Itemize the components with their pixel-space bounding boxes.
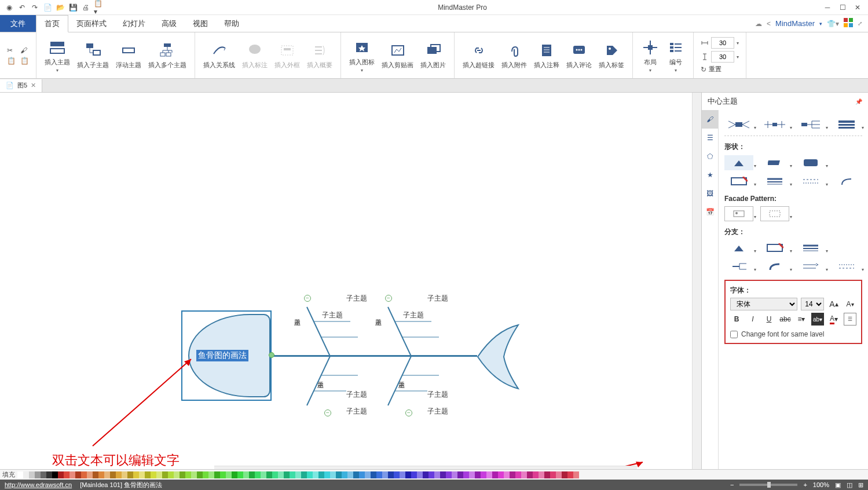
facade-1[interactable]: ▾ [724,206,753,221]
collapse-icon[interactable]: − [385,295,392,302]
color-swatch[interactable] [284,471,290,478]
color-swatch[interactable] [203,471,208,478]
color-swatch[interactable] [353,471,359,478]
collapse-icon[interactable]: − [324,409,331,416]
color-swatch[interactable] [394,471,400,478]
color-swatch[interactable] [533,471,539,478]
color-swatch[interactable] [440,471,446,478]
color-swatch[interactable] [151,471,156,478]
color-swatch[interactable] [232,471,237,478]
color-swatch[interactable] [521,471,527,478]
history-tab-icon[interactable]: 📅 [702,203,718,221]
width-h-row[interactable]: ▾ [701,37,739,49]
color-swatch[interactable] [371,471,376,478]
color-swatch[interactable] [255,471,261,478]
color-swatch[interactable] [342,471,347,478]
tab-view[interactable]: 视图 [185,15,216,32]
shapes-tab-icon[interactable]: ⬠ [702,147,718,166]
color-swatch[interactable] [301,471,307,478]
shape-fill-2[interactable]: ▾ [760,155,789,170]
branch-curve[interactable]: ▾ [760,259,789,274]
color-swatch[interactable] [388,471,394,478]
clipart-tab-icon[interactable]: 🖼 [702,184,718,203]
highlight-icon[interactable]: ab▾ [811,313,824,326]
branch-weight[interactable]: ▾ [796,240,825,255]
color-swatch[interactable] [220,471,226,478]
insert-attach-button[interactable]: 插入附件 [498,35,530,76]
subtopic[interactable]: 子主题 [427,294,448,303]
color-swatch[interactable] [330,471,336,478]
color-swatch[interactable] [272,471,278,478]
bold-icon[interactable]: B [730,313,743,326]
color-swatch[interactable] [318,471,324,478]
color-swatch[interactable] [249,471,255,478]
color-swatch[interactable] [197,471,203,478]
font-shrink-icon[interactable]: A▾ [844,298,856,310]
color-swatch[interactable] [405,471,411,478]
redo-icon[interactable]: ↷ [30,3,39,12]
tab-slideshow[interactable]: 幻灯片 [115,15,153,32]
collapse-icon[interactable]: − [405,409,412,416]
color-swatch[interactable] [359,471,365,478]
branch-edit[interactable]: ▾ [760,240,789,255]
font-size-select[interactable]: 14 [801,298,824,310]
color-swatch[interactable] [237,471,243,478]
color-swatch[interactable] [469,471,475,478]
tab-advanced[interactable]: 高级 [153,15,185,32]
color-swatch[interactable] [52,471,58,478]
floating-topic-button[interactable]: 浮动主题 [112,35,145,76]
same-level-checkbox[interactable] [730,331,738,338]
color-swatch[interactable] [214,471,220,478]
color-swatch[interactable] [180,471,185,478]
color-swatch[interactable] [226,471,232,478]
color-swatch[interactable] [208,471,214,478]
line-dash[interactable]: ▾ [796,174,825,189]
color-swatch[interactable] [434,471,440,478]
color-swatch[interactable] [122,471,127,478]
mindmaster-link[interactable]: MindMaster [775,19,815,28]
color-swatch[interactable] [411,471,417,478]
color-swatch[interactable] [567,471,573,478]
export-icon[interactable]: 📋▾ [94,3,103,12]
tab-help[interactable]: 帮助 [216,15,247,32]
border-style[interactable]: ▾ [724,174,753,189]
format-painter-icon[interactable]: 🖌 [20,46,29,54]
underline-icon[interactable]: U [763,313,775,326]
theme-icon[interactable]: 👕▾ [827,20,839,28]
subtopic[interactable]: 子主题 [346,294,367,303]
print-icon[interactable]: 🖨 [81,3,90,12]
branch-connector[interactable]: ▾ [724,259,753,274]
color-swatch[interactable] [17,471,23,478]
color-swatch[interactable] [266,471,272,478]
color-swatch[interactable] [336,471,342,478]
line-solid[interactable]: ▾ [760,174,789,189]
globe-icon[interactable]: ◉ [5,3,14,12]
color-swatch[interactable] [81,471,87,478]
color-swatch[interactable] [110,471,116,478]
insert-tag-button[interactable]: 插入标签 [595,35,628,76]
color-swatch[interactable] [133,471,139,478]
paste-icon[interactable]: 📋 [20,57,29,65]
color-swatch[interactable] [307,471,313,478]
cloud-icon[interactable]: ☁ [755,20,762,28]
insert-comment-button[interactable]: 插入评论 [563,35,595,76]
color-swatch[interactable] [376,471,382,478]
layout-right[interactable]: ▾ [796,117,825,132]
width-h-input[interactable] [711,37,734,49]
insert-hyperlink-button[interactable]: 插入超链接 [459,35,498,76]
color-swatch[interactable] [290,471,295,478]
canvas[interactable]: 鱼骨图的画法 主题 主题 主题 主题 [0,93,692,469]
color-swatch[interactable] [295,471,301,478]
layout-button[interactable]: 布局▾ [638,35,663,76]
icons-tab-icon[interactable]: ★ [702,166,718,184]
width-v-row[interactable]: ▾ [701,51,739,63]
color-swatch[interactable] [573,471,579,478]
color-swatch[interactable] [515,471,521,478]
insert-clipart-button[interactable]: 插入剪贴画 [378,35,417,76]
copy-icon[interactable]: 📋 [7,57,16,65]
insert-icon-button[interactable]: 插入图标▾ [346,35,378,76]
color-swatch[interactable] [324,471,330,478]
color-swatch[interactable] [492,471,498,478]
number-button[interactable]: 编号▾ [663,35,688,76]
style-tab-icon[interactable]: 🖌 [702,110,718,129]
